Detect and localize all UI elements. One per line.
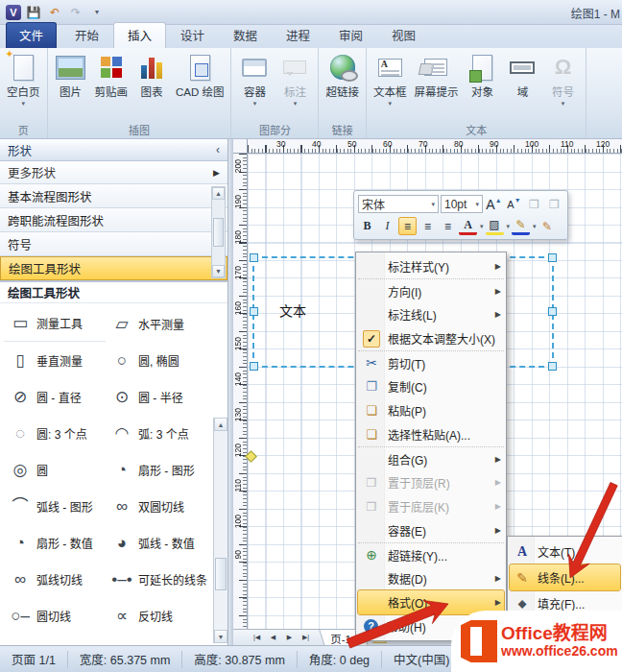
picture-button[interactable]: 图片	[51, 50, 91, 100]
context-menu-item[interactable]: ⊕ 超链接(Y)... ▶	[358, 542, 504, 566]
redo-icon[interactable]: ↷	[67, 4, 84, 21]
stencil-scrollbar[interactable]: ▲ ▼	[211, 186, 226, 278]
customize-qat-caret-icon[interactable]: ▾	[88, 4, 106, 21]
shape-master-item[interactable]: ◕ 弧线 - 数值	[106, 524, 207, 561]
screentip-button[interactable]: 屏幕提示	[410, 50, 462, 100]
shape-master-item[interactable]: ◔ 扇形 - 图形	[106, 451, 207, 488]
context-menu-item[interactable]: ❐ 置于顶层(R) ▶	[358, 470, 504, 494]
context-menu-item[interactable]: ❏ 粘贴(P) ▶	[358, 398, 504, 422]
context-menu-item[interactable]: ❏ 选择性粘贴(A)... ▶	[358, 422, 504, 446]
fill-color-button[interactable]: ▨	[486, 217, 504, 235]
line-color-button[interactable]: ✎	[512, 217, 530, 235]
font-color-button[interactable]: A	[459, 217, 477, 235]
scroll-up-icon[interactable]: ▲	[214, 418, 227, 431]
shape-master-item[interactable]: ◠ 弧: 3 个点	[106, 415, 207, 451]
stencil-tab[interactable]: 绘图工具形状	[0, 256, 227, 280]
object-button[interactable]: 对象	[462, 50, 502, 100]
shape-master-item[interactable]: ⌒ 弧线 - 图形	[4, 488, 106, 524]
ribbon-tab[interactable]: 设计	[166, 22, 219, 48]
selection-handle[interactable]	[250, 307, 258, 316]
dropdown-caret-icon[interactable]: ▾	[388, 100, 392, 108]
shrink-font-button[interactable]: A▼	[505, 195, 523, 213]
collapse-panel-icon[interactable]: ‹	[216, 143, 220, 156]
status-segment[interactable]: 高度: 30.875 mm	[182, 651, 297, 668]
chevron-down-icon[interactable]: ▾	[507, 223, 511, 230]
next-page-icon[interactable]: ▶	[281, 631, 298, 645]
shape-master-item[interactable]: ▭ 测量工具	[4, 305, 106, 342]
dropdown-caret-icon[interactable]: ▾	[253, 100, 257, 108]
context-menu-item[interactable]: 标注线(L) ▶	[358, 302, 504, 326]
context-menu-item[interactable]: 数据(D) ▶	[358, 566, 504, 590]
clipart-button[interactable]: 剪贴画	[91, 50, 132, 100]
dropdown-caret-icon[interactable]: ▾	[21, 100, 25, 108]
shape-master-item[interactable]: ◎ 圆	[4, 451, 106, 488]
scroll-thumb[interactable]	[213, 218, 224, 247]
selection-handle[interactable]	[548, 253, 557, 262]
shape-master-item[interactable]: ∞ 弧线切线	[4, 561, 106, 597]
shape-list-scrollbar[interactable]: ▲ ▼	[213, 418, 227, 643]
shape-master-item[interactable]: ⊙ 圆 - 半径	[106, 378, 207, 415]
undo-icon[interactable]: ↶	[46, 4, 63, 21]
save-icon[interactable]: 💾	[25, 4, 42, 21]
context-menu-item[interactable]: ✓ 根据文本调整大小(X) ▶	[358, 326, 504, 350]
submenu-item[interactable]: A 文本(T)...	[510, 539, 620, 564]
submenu-item[interactable]: ✎ 线条(L)...	[510, 564, 620, 590]
scroll-up-icon[interactable]: ▲	[212, 187, 225, 200]
previous-page-icon[interactable]: ◀	[265, 631, 281, 645]
shape-master-item[interactable]: ◔ 扇形 - 数值	[4, 524, 106, 561]
context-menu-item[interactable]: 标注样式(Y) ▶	[358, 254, 504, 278]
context-menu-item[interactable]: 容器(E) ▶	[358, 518, 504, 542]
ribbon-tab[interactable]: 审阅	[324, 22, 377, 48]
align-center-button[interactable]: ≡	[419, 217, 437, 235]
status-segment[interactable]: 中文(中国)	[382, 651, 462, 668]
shape-master-item[interactable]: ○ 圆, 椭圆	[106, 342, 207, 378]
bold-button[interactable]: B	[358, 217, 376, 235]
stencil-tab[interactable]: 符号	[0, 232, 227, 256]
align-right-button[interactable]: ≡	[439, 217, 457, 235]
ribbon-tab[interactable]: 视图	[377, 22, 430, 48]
chevron-down-icon[interactable]: ▾	[533, 223, 537, 230]
font-name-select[interactable]: 宋体▾	[358, 195, 439, 213]
scroll-thumb[interactable]	[215, 558, 227, 590]
shape-master-item[interactable]: ▯ 垂直测量	[4, 342, 106, 378]
context-menu-item[interactable]: ❐ 置于底层(K) ▶	[358, 494, 504, 518]
last-page-icon[interactable]: ▶|	[298, 631, 314, 645]
field-button[interactable]: 域	[502, 50, 542, 100]
ribbon-tab[interactable]: 文件	[6, 22, 57, 48]
shape-master-item[interactable]: ○– 圆切线	[4, 597, 106, 634]
scroll-down-icon[interactable]: ▼	[212, 265, 225, 277]
font-size-select[interactable]: 10pt▾	[441, 195, 483, 213]
shape-master-item[interactable]: ∞ 双圆切线	[106, 488, 207, 524]
selection-handle[interactable]	[548, 362, 557, 371]
selection-handle[interactable]	[548, 307, 557, 316]
blank-page-button[interactable]: ✦ 空白页 ▾	[3, 50, 44, 108]
first-page-icon[interactable]: |◀	[249, 631, 265, 645]
shape-master-item[interactable]: •–• 可延长的线条	[106, 561, 207, 597]
ribbon-tab[interactable]: 进程	[272, 22, 324, 48]
container-button[interactable]: 容器 ▾	[234, 50, 275, 108]
ribbon-tab[interactable]: 开始	[60, 22, 113, 48]
status-segment[interactable]: 角度: 0 deg	[298, 651, 382, 668]
status-segment[interactable]: 页面 1/1	[0, 651, 68, 668]
align-left-button[interactable]: ≡	[398, 217, 417, 235]
cad-drawing-button[interactable]: CAD 绘图	[172, 50, 227, 100]
status-segment[interactable]: 宽度: 65.375 mm	[68, 651, 182, 668]
selection-handle[interactable]	[250, 362, 258, 371]
context-menu-item[interactable]: ✂ 剪切(T) ▶	[358, 350, 504, 374]
context-menu-item[interactable]: ❐ 复制(C) ▶	[358, 374, 504, 398]
scroll-down-icon[interactable]: ▼	[214, 630, 227, 643]
hyperlink-button[interactable]: 超链接	[322, 50, 363, 100]
chart-button[interactable]: 图表	[132, 50, 172, 100]
context-menu-item[interactable]: 方向(I) ▶	[358, 278, 504, 302]
shape-master-item[interactable]: ◌ 圆: 3 个点	[4, 415, 106, 451]
textbox-button[interactable]: A 文本框 ▾	[370, 50, 411, 108]
stencil-tab[interactable]: 基本流程图形状	[0, 184, 227, 208]
grow-font-button[interactable]: A▲	[485, 195, 503, 213]
selection-handle[interactable]	[250, 253, 258, 262]
ribbon-tab[interactable]: 数据	[219, 22, 272, 48]
italic-button[interactable]: I	[378, 217, 396, 235]
shape-master-item[interactable]: ⊘ 圆 - 直径	[4, 378, 106, 415]
visio-app-icon[interactable]: V	[6, 5, 21, 20]
chevron-down-icon[interactable]: ▾	[480, 223, 484, 230]
context-menu-item[interactable]: 组合(G) ▶	[358, 446, 504, 470]
